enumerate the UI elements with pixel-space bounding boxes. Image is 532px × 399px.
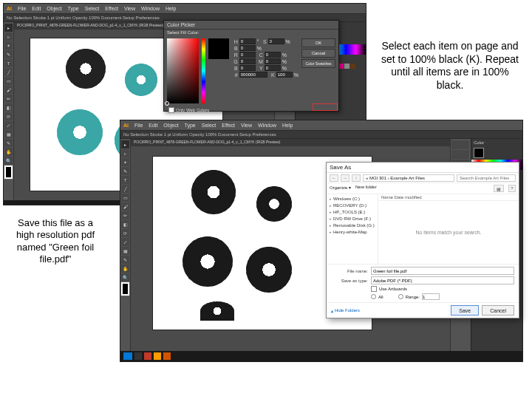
type-tool[interactable]: T <box>121 176 129 184</box>
menu-view[interactable]: View <box>124 6 135 11</box>
pencil-tool[interactable]: ✏ <box>121 211 129 219</box>
picker-c-input[interactable] <box>265 52 281 58</box>
menu-object[interactable]: Object <box>163 123 178 128</box>
menu-select[interactable]: Select <box>202 123 216 128</box>
sidebar-item[interactable]: ▸Henry-white-Map <box>328 229 376 235</box>
menu-select[interactable]: Select <box>85 6 99 11</box>
picker-swatches-button[interactable]: Color Swatches <box>301 59 335 68</box>
organize-button[interactable]: Organize ▾ <box>330 185 351 192</box>
task-icon[interactable] <box>163 352 171 360</box>
flower-1[interactable] <box>191 170 236 214</box>
toolbox[interactable]: ▸ ▹ ✦ ✎ T ╱ ▭ 🖌 ✏ ◧ ⟳ ⤢ ▦ ✎ ✋ 🔍 <box>120 139 131 361</box>
task-icon[interactable] <box>154 352 161 360</box>
rect-tool[interactable]: ▭ <box>121 194 129 202</box>
flower-teal-2[interactable] <box>57 109 103 155</box>
hand-tool[interactable]: ✋ <box>121 265 129 273</box>
picker-cancel-button[interactable]: Cancel <box>301 49 335 58</box>
menu-edit[interactable]: Edit <box>32 6 41 11</box>
menu-help[interactable]: Help <box>282 123 293 128</box>
nav-back-button[interactable]: ← <box>330 174 338 182</box>
eyedropper-tool[interactable]: ✎ <box>4 139 13 147</box>
filename-input[interactable] <box>371 267 514 275</box>
savetype-select[interactable] <box>371 276 514 284</box>
wand-tool[interactable]: ✦ <box>4 41 13 50</box>
view-button[interactable]: ▦ <box>494 185 504 192</box>
menu-object[interactable]: Object <box>47 6 61 11</box>
brush-tool[interactable]: 🖌 <box>4 86 13 94</box>
sidebar-item[interactable]: ▸HP_TOOLS (E:) <box>328 209 376 215</box>
fill-swatch[interactable] <box>474 148 484 158</box>
direct-select-tool[interactable]: ▹ <box>121 149 129 157</box>
eraser-tool[interactable]: ◧ <box>4 103 13 112</box>
picker-m-input[interactable] <box>265 58 281 64</box>
menu-file[interactable]: File <box>18 6 26 11</box>
flower-3[interactable] <box>183 236 233 287</box>
flower-teal-1[interactable] <box>125 64 157 96</box>
pencil-tool[interactable]: ✏ <box>4 95 13 103</box>
picker-hex-input[interactable] <box>239 72 267 78</box>
menu-type[interactable]: Type <box>185 123 196 128</box>
menu-edit[interactable]: Edit <box>149 123 157 128</box>
line-tool[interactable]: ╱ <box>4 68 13 76</box>
path-breadcrumb[interactable]: « MGI 301 › Example Art Files <box>363 174 454 182</box>
sidebar-item[interactable]: ▸RECOVERY (D:) <box>328 202 376 208</box>
zoom-tool[interactable]: 🔍 <box>121 273 129 282</box>
sidebar-item[interactable]: ▸Removable Disk (G:) <box>328 222 376 228</box>
brush-tool[interactable]: 🖌 <box>121 202 129 211</box>
flower-2[interactable] <box>256 186 292 222</box>
sidebar-item[interactable]: ▸Windows (C:) <box>328 196 376 202</box>
selection-tool[interactable]: ▸ <box>4 24 13 32</box>
gradient-tool[interactable]: ▦ <box>121 247 129 255</box>
save-button[interactable]: Save <box>451 305 479 316</box>
picker-bb-input[interactable] <box>239 65 256 71</box>
task-icon[interactable] <box>134 352 142 360</box>
color-cursor[interactable] <box>165 101 169 106</box>
hue-slider[interactable] <box>202 38 205 103</box>
pen-tool[interactable]: ✎ <box>4 50 13 58</box>
windows-taskbar-2[interactable] <box>120 351 522 361</box>
task-icon[interactable] <box>144 352 151 360</box>
menu-help[interactable]: Help <box>166 6 176 11</box>
fill-stroke[interactable] <box>121 282 129 296</box>
picker-b-input[interactable] <box>239 45 256 51</box>
picker-y-input[interactable] <box>265 65 281 71</box>
gradient-tool[interactable]: ▦ <box>4 130 13 138</box>
selection-tool[interactable]: ▸ <box>121 140 129 149</box>
color-field[interactable] <box>167 38 199 103</box>
flower-5[interactable] <box>200 301 234 321</box>
only-web-checkbox[interactable] <box>168 107 174 113</box>
document-tab[interactable]: POCIRRO_PRINT_4878-GREEN-FLOWER-AND-DOG_… <box>131 139 450 146</box>
start-button[interactable] <box>123 352 132 360</box>
rotate-tool[interactable]: ⟳ <box>4 112 13 120</box>
picker-h-input[interactable] <box>239 38 256 44</box>
search-input[interactable] <box>457 174 516 182</box>
sidebar-item[interactable]: ▸DVD RW Drive (F:) <box>328 216 376 222</box>
scale-tool[interactable]: ⤢ <box>121 238 129 246</box>
pen-tool[interactable]: ✎ <box>121 167 129 175</box>
rect-tool[interactable]: ▭ <box>4 77 13 85</box>
folder-sidebar[interactable]: ▸Windows (C:) ▸RECOVERY (D:) ▸HP_TOOLS (… <box>327 194 378 264</box>
line-tool[interactable]: ╱ <box>121 185 129 193</box>
picker-ok-button[interactable]: OK <box>301 38 335 47</box>
picker-r-input[interactable] <box>239 52 256 58</box>
flower-4[interactable] <box>246 247 292 293</box>
eraser-tool[interactable]: ◧ <box>121 220 129 228</box>
control-bar[interactable]: No Selection Stroke 1 pt Uniform Opacity… <box>120 130 522 139</box>
list-header[interactable]: Name Date modified <box>378 194 519 201</box>
panel-icon[interactable] <box>451 140 469 149</box>
nav-fwd-button[interactable]: → <box>341 174 349 182</box>
scale-tool[interactable]: ⤢ <box>4 121 13 129</box>
range-radio[interactable] <box>398 294 403 299</box>
menu-file[interactable]: File <box>134 123 143 128</box>
fill-stroke[interactable] <box>4 166 13 179</box>
zoom-tool[interactable]: 🔍 <box>4 157 13 165</box>
type-tool[interactable]: T <box>4 59 13 67</box>
rotate-tool[interactable]: ⟳ <box>121 229 129 237</box>
new-folder-button[interactable]: New folder <box>355 185 377 192</box>
cancel-button[interactable]: Cancel <box>482 305 514 316</box>
menu-window[interactable]: Window <box>141 6 160 11</box>
flower-black-1[interactable] <box>66 49 106 89</box>
picker-g-input[interactable] <box>239 58 256 64</box>
range-input[interactable] <box>422 293 440 300</box>
menu-window[interactable]: Window <box>258 123 276 128</box>
